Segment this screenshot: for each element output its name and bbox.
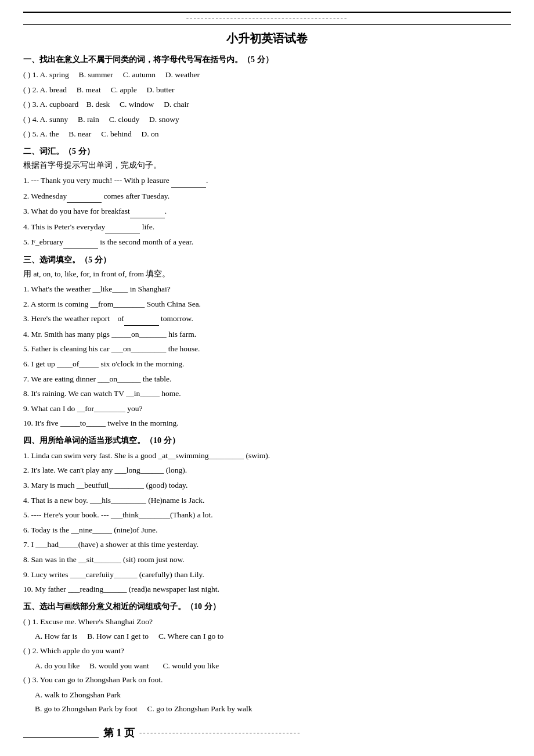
- section2-instruction: 根据首字母提示写出单词，完成句子。: [23, 160, 511, 171]
- q4-6: 6. Today is the __nine_____ (nine)of Jun…: [23, 524, 511, 537]
- section2-title: 二、词汇。（5 分）: [23, 146, 511, 157]
- footer-left-line: [23, 728, 99, 738]
- q3-4: 4. Mr. Smith has many pigs _____on______…: [23, 328, 511, 341]
- q5-1: ( ) 1. Excuse me. Where's Shanghai Zoo?: [23, 615, 511, 628]
- q4-8: 8. San was in the __sit_______ (sit) roo…: [23, 553, 511, 566]
- q4-9: 9. Lucy writes ____carefuiiy______ (care…: [23, 568, 511, 581]
- q2-2: 2. Wednesday comes after Tuesday.: [23, 190, 511, 203]
- page-title: 小升初英语试卷: [23, 31, 511, 46]
- q1-4: ( ) 4. A. sunny B. rain C. cloudy D. sno…: [23, 113, 511, 126]
- q3-5: 5. Father is cleaning his car ___on_____…: [23, 343, 511, 355]
- q2-4: 4. This is Peter's everyday life.: [23, 221, 511, 234]
- q3-2: 2. A storm is coming __from________ Sout…: [23, 298, 511, 311]
- q5-1-options: A. How far is B. How can I get to C. Whe…: [35, 630, 511, 643]
- q2-5: 5. F_ebruary is the second month of a ye…: [23, 236, 511, 249]
- q3-8: 8. It's raining. We can watch TV __in___…: [23, 387, 511, 400]
- section3-title: 三、选词填空。（5 分）: [23, 255, 511, 265]
- header-dashes: ----------------------------------------…: [23, 14, 511, 23]
- section3-instruction: 用 at, on, to, like, for, in front of, fr…: [23, 269, 511, 279]
- q1-2: ( ) 2. A. bread B. meat C. apple D. butt…: [23, 84, 511, 96]
- q1-5: ( ) 5. A. the B. near C. behind D. on: [23, 128, 511, 141]
- q2-3: 3. What do you have for breakfast .: [23, 205, 511, 218]
- q1-1: ( ) 1. A. spring B. summer C. autumn D. …: [23, 69, 511, 81]
- q3-9: 9. What can I do __for________ you?: [23, 402, 511, 415]
- footer: 第 1 页 ----------------------------------…: [23, 726, 511, 740]
- q5-2-options: A. do you like B. would you want C. woul…: [35, 660, 511, 672]
- footer-right-dashes: ----------------------------------------…: [139, 728, 301, 737]
- q4-3: 3. Mary is much __beutfuil_________ (goo…: [23, 479, 511, 492]
- section4-title: 四、用所给单词的适当形式填空。（10 分）: [23, 435, 511, 446]
- q5-3: ( ) 3. You can go to Zhongshan Park on f…: [23, 674, 511, 686]
- q1-3: ( ) 3. A. cupboard B. desk C. window D. …: [23, 98, 511, 111]
- q3-6: 6. I get up ____of_____ six o'clock in t…: [23, 358, 511, 370]
- q5-3-options-bc: B. go to Zhongshan Park by foot C. go to…: [35, 703, 511, 715]
- q3-1: 1. What's the weather __like____ in Shan…: [23, 283, 511, 296]
- q4-1: 1. Linda can swim very fast. She is a go…: [23, 449, 511, 462]
- section5-title: 五、选出与画线部分意义相近的词组或句子。（10 分）: [23, 602, 511, 612]
- q3-3: 3. Here's the weather report of tomorrow…: [23, 312, 511, 326]
- q4-2: 2. It's late. We can't play any ___long_…: [23, 464, 511, 477]
- q3-7: 7. We are eating dinner ___on______ the …: [23, 373, 511, 386]
- q4-7: 7. I ___had_____(have) a shower at this …: [23, 538, 511, 551]
- q4-10: 10. My father ___reading______ (read)a n…: [23, 583, 511, 596]
- q2-1: 1. --- Thank you very much! --- With p l…: [23, 174, 511, 188]
- section1-title: 一、找出在意义上不属于同类的词，将字母代号写在括号内。（5 分）: [23, 55, 511, 65]
- q4-4: 4. That is a new boy. ___his_________ (H…: [23, 494, 511, 507]
- footer-page-label: 第 1 页: [103, 726, 135, 740]
- q4-5: 5. ---- Here's your book. --- ___think__…: [23, 509, 511, 521]
- q5-2: ( ) 2. Which apple do you want?: [23, 645, 511, 657]
- q5-3-option-a: A. walk to Zhongshan Park: [35, 689, 511, 701]
- q3-10: 10. It's five _____to_____ twelve in the…: [23, 417, 511, 430]
